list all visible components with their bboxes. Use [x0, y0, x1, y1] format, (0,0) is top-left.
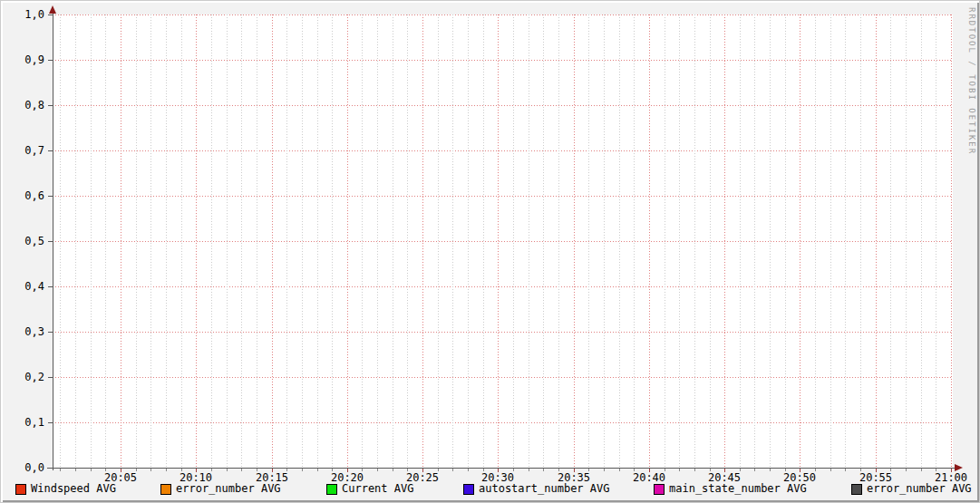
- y-tick-label: 0,1: [6, 416, 44, 429]
- legend-label: autostart_number AVG: [479, 482, 610, 496]
- legend-label: main_state_number AVG: [669, 482, 807, 496]
- x-axis-tick-minor: [785, 469, 786, 471]
- grid-line-minor-v: [241, 15, 242, 468]
- x-axis-tick-major: [422, 469, 423, 472]
- grid-line-minor-v: [136, 15, 137, 468]
- y-axis-tick: [48, 150, 53, 151]
- y-axis-arrow-icon: [49, 5, 56, 14]
- y-tick-label: 0,7: [6, 144, 44, 157]
- x-axis-tick-minor: [286, 469, 287, 471]
- grid-line-major-v: [422, 15, 423, 468]
- grid-line-major-v: [121, 15, 121, 468]
- x-axis-tick-minor: [332, 469, 333, 471]
- y-axis-tick: [48, 332, 53, 333]
- grid-line-major-v: [498, 15, 499, 468]
- grid-line-major-v: [800, 15, 800, 468]
- legend-swatch-icon: [463, 484, 474, 495]
- y-axis-tick: [48, 286, 53, 287]
- x-axis-tick-minor: [302, 469, 303, 471]
- grid-line-minor-v: [665, 15, 665, 468]
- grid-line-minor-v: [150, 15, 151, 468]
- y-tick-label: 0,3: [6, 325, 44, 338]
- grid-line-minor-v: [710, 15, 711, 468]
- x-axis-tick-major: [498, 469, 499, 472]
- grid-line-minor-v: [740, 15, 741, 468]
- grid-line-major-v: [951, 15, 952, 468]
- y-axis-tick: [48, 60, 53, 61]
- grid-line-minor-v: [634, 15, 635, 468]
- x-axis-tick-minor: [377, 469, 378, 471]
- y-tick-label: 0,0: [6, 461, 44, 474]
- y-axis-tick: [48, 468, 53, 469]
- legend-item: error_number AVG: [160, 482, 281, 496]
- grid-line-minor-v: [257, 15, 257, 468]
- y-tick-label: 0,6: [6, 189, 44, 202]
- grid-line-minor-v: [830, 15, 831, 468]
- x-axis-tick-minor: [257, 469, 257, 471]
- x-axis-tick-minor: [468, 469, 469, 471]
- x-axis-tick-minor: [241, 469, 242, 471]
- grid-line-minor-v: [558, 15, 559, 468]
- grid-line-minor-v: [588, 15, 589, 468]
- x-axis-tick-minor: [845, 469, 846, 471]
- grid-line-minor-v: [860, 15, 861, 468]
- grid-line-minor-v: [377, 15, 378, 468]
- grid-line-minor-v: [770, 15, 771, 468]
- grid-line-major-v: [347, 15, 348, 468]
- y-axis-tick: [48, 422, 53, 423]
- x-axis-tick-minor: [770, 469, 771, 471]
- x-axis-tick-minor: [634, 469, 635, 471]
- x-axis-tick-minor: [604, 469, 605, 471]
- legend-item: autostart_number AVG: [463, 482, 610, 496]
- grid-line-major-h: [53, 105, 953, 106]
- grid-line-minor-v: [936, 15, 936, 468]
- grid-line-major-v: [724, 15, 725, 468]
- grid-line-minor-v: [468, 15, 469, 468]
- x-axis-tick-minor: [740, 469, 741, 471]
- legend-label: Current AVG: [342, 482, 413, 496]
- grid-line-minor-v: [393, 15, 393, 468]
- grid-line-minor-v: [845, 15, 846, 468]
- grid-line-major-h: [53, 286, 953, 287]
- y-tick-label: 0,2: [6, 371, 44, 383]
- rrdtool-watermark: RRDTOOL / TOBI OETIKER: [967, 7, 976, 155]
- y-tick-label: 1,0: [6, 8, 44, 21]
- grid-line-minor-v: [513, 15, 514, 468]
- grid-line-major-v: [196, 15, 197, 468]
- grid-line-major-h: [53, 60, 953, 61]
- legend-swatch-icon: [15, 484, 26, 495]
- legend-swatch-icon: [851, 484, 862, 495]
- grid-line-minor-v: [921, 15, 922, 468]
- x-axis-tick-minor: [679, 469, 680, 471]
- x-axis-tick-minor: [619, 469, 620, 471]
- y-axis-tick: [48, 105, 53, 106]
- x-axis-tick-major: [724, 469, 725, 472]
- grid-line-minor-v: [785, 15, 786, 468]
- grid-line-minor-v: [60, 15, 61, 468]
- y-axis-tick: [48, 377, 53, 378]
- legend-item: Current AVG: [326, 482, 413, 496]
- x-axis-tick-minor: [105, 469, 106, 471]
- grid-line-major-v: [574, 15, 575, 468]
- x-axis-tick-minor: [362, 469, 363, 471]
- legend-swatch-icon: [160, 484, 171, 495]
- x-axis-tick-minor: [694, 469, 695, 471]
- x-axis-tick-minor: [754, 469, 755, 471]
- x-axis-tick-minor: [815, 469, 816, 471]
- grid-line-minor-v: [317, 15, 318, 468]
- grid-line-minor-v: [543, 15, 544, 468]
- grid-line-minor-v: [75, 15, 76, 468]
- grid-line-minor-v: [483, 15, 484, 468]
- plot-area: [53, 15, 953, 468]
- grid-line-minor-v: [362, 15, 363, 468]
- x-axis-tick-major: [574, 469, 575, 472]
- legend-item: error_number AVG: [851, 482, 972, 496]
- grid-line-minor-v: [181, 15, 182, 468]
- x-axis-tick-minor: [227, 469, 228, 471]
- x-axis-tick-major: [951, 469, 952, 472]
- grid-line-minor-v: [166, 15, 167, 468]
- x-axis-tick-major: [876, 469, 877, 472]
- legend-label: Windspeed AVG: [31, 482, 116, 496]
- grid-line-minor-v: [91, 15, 92, 468]
- y-axis-tick: [48, 241, 53, 242]
